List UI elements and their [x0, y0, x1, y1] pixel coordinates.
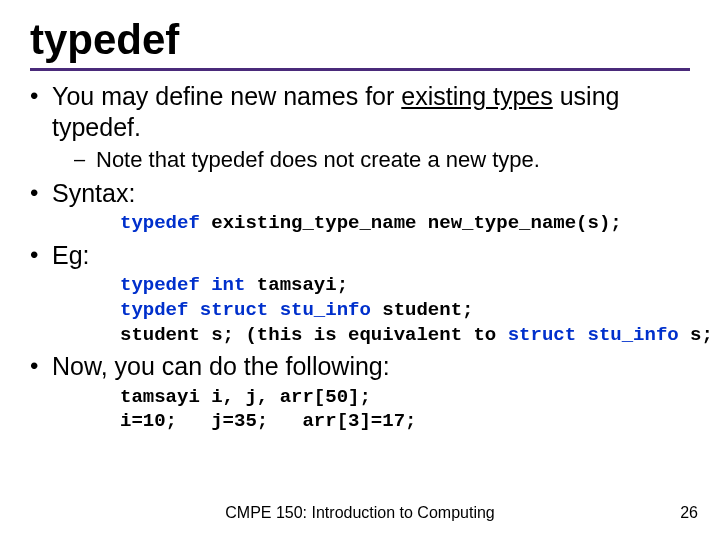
bullet-text-part: You may define new names for [52, 82, 401, 110]
code-text: existing_type_name new_type_name(s); [200, 212, 622, 234]
code-block: typedef int tamsayi; typdef struct stu_i… [120, 273, 690, 347]
bullet-text-underline: existing types [401, 82, 552, 110]
code-text: tamsayi i, j, arr[50]; [120, 386, 371, 408]
code-text: student s; [120, 324, 245, 346]
code-keyword: struct stu_info [508, 324, 679, 346]
code-text: (this is equivalent to [245, 324, 507, 346]
code-block: tamsayi i, j, arr[50]; i=10; j=35; arr[3… [120, 385, 690, 434]
bullet-item: Now, you can do the following: tamsayi i… [30, 351, 690, 434]
code-text: s; ) [679, 324, 720, 346]
slide: typedef You may define new names for exi… [0, 0, 720, 540]
code-keyword: typedef [120, 212, 200, 234]
slide-title: typedef [30, 18, 690, 62]
code-block: typedef existing_type_name new_type_name… [120, 211, 690, 236]
bullet-list: You may define new names for existing ty… [30, 81, 690, 434]
sub-list: Note that typedef does not create a new … [52, 146, 690, 175]
code-text: i=10; j=35; arr[3]=17; [120, 410, 416, 432]
bullet-text-part: Eg: [52, 241, 90, 269]
bullet-item: Syntax: typedef existing_type_name new_t… [30, 178, 690, 236]
code-keyword: typedef int [120, 274, 245, 296]
bullet-text-part: Syntax: [52, 179, 135, 207]
bullet-text-part: Now, you can do the following: [52, 352, 390, 380]
title-rule [30, 68, 690, 71]
page-number: 26 [680, 504, 698, 522]
bullet-item: Eg: typedef int tamsayi; typdef struct s… [30, 240, 690, 347]
bullet-item: You may define new names for existing ty… [30, 81, 690, 174]
code-keyword: typdef struct stu_info [120, 299, 371, 321]
sub-item: Note that typedef does not create a new … [52, 146, 690, 175]
footer-text: CMPE 150: Introduction to Computing [0, 504, 720, 522]
code-text: student; [371, 299, 474, 321]
code-text: tamsayi; [245, 274, 348, 296]
